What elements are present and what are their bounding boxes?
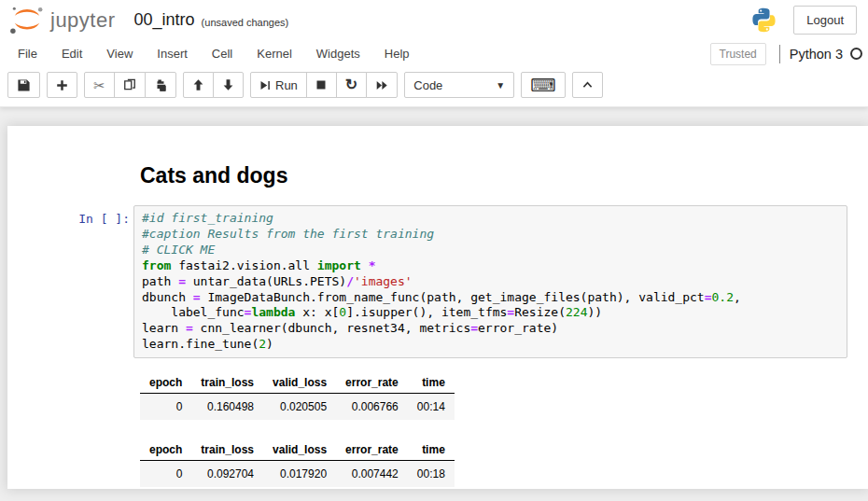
notebook-save-status: (unsaved changes) [202, 17, 289, 28]
toolbar: ✂ Run ↻ [0, 68, 868, 106]
logout-button[interactable]: Logout [793, 6, 857, 35]
run-icon [259, 79, 271, 91]
move-cell-down-button[interactable] [213, 72, 244, 98]
table-cell: 0.012449 [263, 487, 336, 489]
table-cell: 0.092704 [191, 461, 263, 488]
restart-kernel-icon: ↻ [345, 77, 357, 92]
trusted-badge[interactable]: Trusted [710, 43, 766, 65]
table-row: 10.0277850.0124490.00541300:18 [140, 487, 455, 489]
jupyter-logo-text: jupyter [50, 8, 116, 33]
table-row: 00.0927040.0179200.00744200:18 [140, 461, 455, 488]
table-header-train_loss: train_loss [191, 372, 263, 394]
markdown-cell[interactable]: Cats and dogs [7, 163, 868, 188]
code-cell[interactable]: In [ ]: #id first_training#caption Resul… [7, 205, 868, 358]
kernel-name: Python 3 [790, 47, 843, 62]
move-up-icon [192, 78, 204, 91]
cut-cell-button[interactable]: ✂ [84, 72, 115, 98]
table-header-time: time [408, 439, 455, 461]
table-cell: 0.027785 [191, 487, 263, 489]
table-cell: 0.017920 [263, 461, 336, 488]
command-palette-button[interactable]: ⌨ [521, 72, 565, 98]
menu-item-kernel[interactable]: Kernel [245, 41, 304, 66]
table-cell: 1 [140, 487, 191, 489]
run-button-label: Run [275, 78, 298, 92]
code-line: #id first_training [142, 211, 839, 227]
dropdown-caret-icon: ▼ [496, 80, 505, 90]
table-header-error_rate: error_rate [336, 439, 408, 461]
stop-icon [315, 79, 327, 90]
table-cell: 0.020505 [263, 394, 336, 421]
header-title-row: jupyter 00_intro (unsaved changes) Logou… [0, 0, 868, 39]
kernel-idle-indicator-icon [850, 48, 862, 60]
chevron-up-icon [581, 79, 594, 90]
restart-kernel-button[interactable]: ↻ [336, 72, 367, 98]
menu-item-view[interactable]: View [94, 41, 145, 66]
cell-type-selected-value: Code [413, 78, 442, 92]
cell-output-area: epochtrain_lossvalid_losserror_ratetime0… [140, 372, 868, 489]
menu-item-insert[interactable]: Insert [145, 41, 200, 66]
menu-item-widgets[interactable]: Widgets [304, 41, 372, 66]
cell-type-dropdown[interactable]: Code ▼ [404, 72, 514, 98]
paste-icon [154, 78, 167, 92]
table-cell: 0 [140, 394, 191, 421]
jupyter-logo[interactable]: jupyter [7, 5, 116, 36]
table-header-epoch: epoch [140, 439, 191, 461]
code-line: learn.fine_tune(2) [142, 337, 839, 353]
menu-item-help[interactable]: Help [372, 41, 422, 66]
table-header-train_loss: train_loss [191, 439, 263, 461]
table-cell: 0.005413 [336, 487, 408, 489]
code-line: #caption Results from the first training [142, 227, 839, 243]
menu-item-edit[interactable]: Edit [49, 41, 94, 66]
menu-item-file[interactable]: File [6, 41, 49, 66]
menubar: FileEditViewInsertCellKernelWidgetsHelp … [0, 39, 868, 68]
training-results-table-1: epochtrain_lossvalid_losserror_ratetime0… [140, 372, 868, 420]
interrupt-kernel-button[interactable] [306, 72, 337, 98]
restart-run-all-icon [375, 79, 388, 91]
notebook-heading: Cats and dogs [140, 163, 868, 188]
paste-cell-button[interactable] [145, 72, 176, 98]
table-header-epoch: epoch [140, 372, 191, 394]
table-cell: 0.007442 [336, 461, 408, 488]
training-results-table-2: epochtrain_lossvalid_losserror_ratetime0… [140, 439, 868, 489]
copy-icon [123, 78, 136, 92]
notebook-container: Cats and dogs In [ ]: #id first_training… [7, 126, 868, 489]
cut-icon: ✂ [93, 78, 105, 92]
table-cell: 0.160498 [191, 394, 263, 421]
jupyter-logo-icon [7, 5, 47, 36]
code-input-area[interactable]: #id first_training#caption Results from … [133, 205, 847, 358]
code-editor[interactable]: #id first_training#caption Results from … [142, 211, 839, 353]
table-cell: 0.006766 [336, 394, 408, 421]
table-cell: 0 [140, 461, 191, 488]
notebook-header: jupyter 00_intro (unsaved changes) Logou… [0, 0, 868, 107]
table-header-valid_loss: valid_loss [263, 372, 336, 394]
table-cell: 00:18 [408, 487, 455, 489]
add-cell-icon [56, 79, 68, 91]
code-line: # CLICK ME [142, 243, 839, 258]
copy-cell-button[interactable] [114, 72, 146, 98]
code-line: path = untar_data(URLs.PETS)/'images' [142, 274, 839, 290]
table-header-valid_loss: valid_loss [263, 439, 336, 461]
table-cell: 00:18 [408, 461, 455, 488]
save-button[interactable] [7, 72, 40, 98]
restart-run-all-button[interactable] [366, 72, 398, 98]
kernel-separator [779, 45, 780, 63]
collapse-toolbar-button[interactable] [572, 72, 603, 98]
code-line: from fastai2.vision.all import * [142, 258, 839, 274]
python-logo-icon [749, 6, 778, 35]
save-icon [17, 78, 31, 92]
menu-item-cell[interactable]: Cell [200, 41, 245, 66]
code-line: label_func=lambda x: x[0].isupper(), ite… [142, 305, 839, 321]
move-cell-up-button[interactable] [183, 72, 214, 98]
table-header-time: time [408, 372, 455, 394]
notebook-title[interactable]: 00_intro [134, 10, 195, 30]
code-line: dbunch = ImageDataBunch.from_name_func(p… [142, 290, 839, 306]
table-row: 00.1604980.0205050.00676600:14 [140, 394, 455, 421]
move-down-icon [222, 78, 234, 91]
run-cell-button[interactable]: Run [250, 72, 307, 98]
table-cell: 00:14 [408, 394, 455, 421]
cell-input-prompt: In [ ]: [7, 205, 133, 358]
command-palette-keyboard-icon: ⌨ [530, 77, 555, 94]
code-line: learn = cnn_learner(dbunch, resnet34, me… [142, 321, 839, 337]
table-header-error_rate: error_rate [336, 372, 408, 394]
add-cell-button[interactable] [47, 72, 77, 98]
